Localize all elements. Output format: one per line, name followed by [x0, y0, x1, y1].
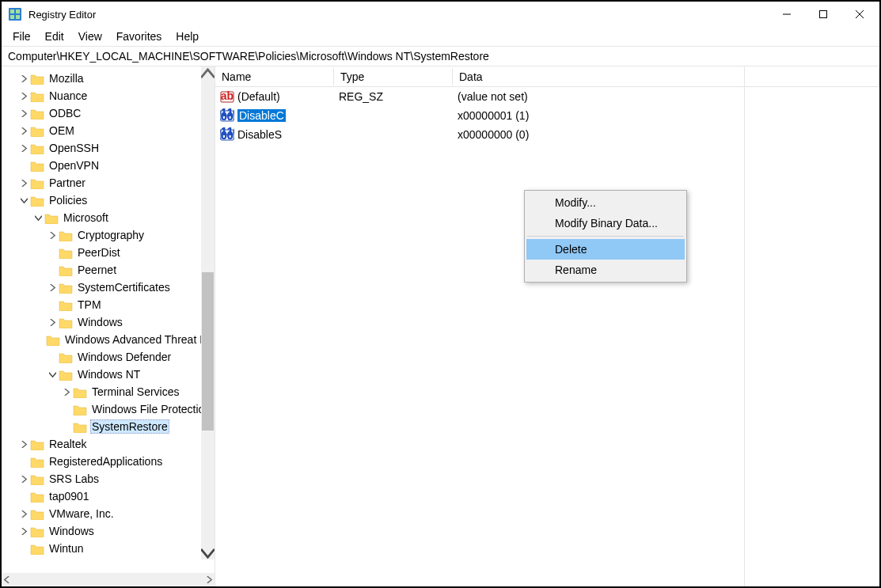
maximize-button[interactable] [805, 2, 841, 26]
menu-file[interactable]: File [6, 28, 37, 44]
regedit-icon [8, 7, 22, 21]
tree-item[interactable]: OpenVPN [2, 157, 215, 174]
tree-item[interactable]: Wintun [2, 540, 215, 557]
tree-item-label: SystemCertificates [76, 281, 172, 294]
value-name: DisableC [237, 109, 286, 122]
tree-item[interactable]: ODBC [2, 104, 215, 122]
expand-closed-icon[interactable] [17, 75, 30, 82]
tree-horizontal-scrollbar[interactable] [2, 573, 215, 586]
tree-item[interactable]: SRS Labs [2, 470, 215, 487]
tree-item-label: Windows Advanced Threat Protection [63, 333, 215, 346]
tree-item[interactable]: Peernet [2, 261, 215, 279]
tree-item[interactable]: Mozilla [2, 70, 215, 87]
context-menu: Modify... Modify Binary Data... Delete R… [524, 190, 687, 283]
window-title: Registry Editor [28, 9, 769, 21]
menu-view[interactable]: View [72, 28, 108, 44]
tree-item[interactable]: OpenSSH [2, 139, 215, 157]
menu-favorites[interactable]: Favorites [110, 28, 169, 44]
folder-icon [59, 351, 73, 363]
tree-vertical-scrollbar[interactable] [201, 66, 215, 560]
tree-item[interactable]: TPM [2, 296, 215, 313]
address-bar[interactable]: Computer\HKEY_LOCAL_MACHINE\SOFTWARE\Pol… [2, 46, 879, 66]
scroll-down-icon[interactable] [201, 546, 215, 560]
scroll-up-icon[interactable] [201, 66, 215, 80]
context-modify[interactable]: Modify... [526, 192, 685, 213]
close-button[interactable] [841, 2, 878, 26]
tree-item-label: Wintun [47, 542, 85, 555]
value-type [334, 114, 453, 117]
tree-item[interactable]: Windows Defender [2, 348, 215, 366]
expand-open-icon[interactable] [32, 214, 44, 222]
context-rename[interactable]: Rename [526, 260, 685, 280]
value-type [334, 133, 453, 136]
column-name[interactable]: Name [215, 68, 334, 85]
folder-icon [30, 73, 44, 85]
menu-help[interactable]: Help [169, 28, 205, 44]
expand-open-icon[interactable] [17, 197, 30, 204]
column-type[interactable]: Type [334, 68, 453, 85]
tree-item[interactable]: Terminal Services [2, 383, 215, 400]
menubar: File Edit View Favorites Help [2, 27, 879, 46]
menu-edit[interactable]: Edit [39, 28, 70, 44]
expand-closed-icon[interactable] [17, 510, 30, 518]
tree-item[interactable]: OEM [2, 122, 215, 139]
values-pane[interactable]: Name Type Data (Default)REG_SZ(value not… [215, 66, 879, 586]
folder-icon [73, 404, 87, 415]
minimize-button[interactable] [769, 2, 805, 26]
expand-closed-icon[interactable] [17, 93, 30, 100]
column-data[interactable]: Data [453, 68, 879, 85]
tree-item[interactable]: Windows File Protection [2, 400, 215, 418]
expand-closed-icon[interactable] [17, 180, 30, 187]
tree-item-label: TPM [76, 298, 103, 311]
context-modify-binary[interactable]: Modify Binary Data... [526, 213, 685, 233]
folder-icon [30, 142, 44, 154]
expand-open-icon[interactable] [46, 371, 59, 378]
tree-item[interactable]: VMware, Inc. [2, 505, 215, 522]
svg-rect-12 [820, 11, 827, 18]
tree-item[interactable]: tap0901 [2, 487, 215, 505]
expand-closed-icon[interactable] [17, 145, 30, 152]
tree-item[interactable]: RegisteredApplications [2, 453, 215, 470]
expand-closed-icon[interactable] [17, 476, 30, 483]
tree-item-label: OpenSSH [47, 142, 101, 154]
tree-item[interactable]: SystemCertificates [2, 279, 215, 296]
scrollbar-thumb[interactable] [202, 272, 214, 431]
expand-closed-icon[interactable] [46, 284, 59, 291]
scroll-right-icon[interactable] [206, 576, 213, 583]
folder-icon [59, 369, 73, 381]
expand-closed-icon[interactable] [17, 441, 30, 448]
value-row[interactable]: DisableSx00000000 (0) [215, 125, 879, 144]
folder-icon [30, 473, 44, 485]
value-row[interactable]: (Default)REG_SZ(value not set) [215, 87, 879, 106]
tree-item[interactable]: PeerDist [2, 244, 215, 261]
tree-item[interactable]: Windows [2, 313, 215, 331]
tree-item[interactable]: Windows Advanced Threat Protection [2, 331, 215, 348]
tree-item-label: Windows NT [76, 368, 142, 381]
tree-item[interactable]: SystemRestore [2, 418, 215, 435]
tree-item[interactable]: Cryptography [2, 226, 215, 244]
tree-item[interactable]: Policies [2, 192, 215, 209]
scroll-left-icon[interactable] [3, 576, 10, 583]
registry-tree[interactable]: MozillaNuanceODBCOEMOpenSSHOpenVPNPartne… [2, 66, 215, 573]
value-row[interactable]: DisableCx00000001 (1) [215, 106, 879, 125]
expand-closed-icon[interactable] [17, 528, 30, 535]
tree-item-label: Windows [76, 316, 124, 328]
tree-item[interactable]: Windows [2, 522, 215, 540]
tree-item[interactable]: Microsoft [2, 209, 215, 226]
tree-item[interactable]: Windows NT [2, 366, 215, 383]
tree-item[interactable]: Partner [2, 174, 215, 192]
expand-closed-icon[interactable] [17, 110, 30, 117]
expand-closed-icon[interactable] [17, 127, 30, 135]
tree-item[interactable]: Nuance [2, 87, 215, 104]
tree-item[interactable]: Realtek [2, 435, 215, 453]
tree-item-label: Partner [47, 176, 87, 189]
context-separator [527, 236, 684, 237]
expand-closed-icon[interactable] [46, 232, 59, 239]
titlebar[interactable]: Registry Editor [2, 2, 879, 27]
folder-icon [30, 195, 44, 207]
expand-closed-icon[interactable] [60, 389, 73, 396]
tree-item-label: Nuance [47, 89, 89, 102]
value-type: REG_SZ [334, 89, 453, 104]
expand-closed-icon[interactable] [46, 319, 59, 326]
context-delete[interactable]: Delete [526, 239, 685, 260]
